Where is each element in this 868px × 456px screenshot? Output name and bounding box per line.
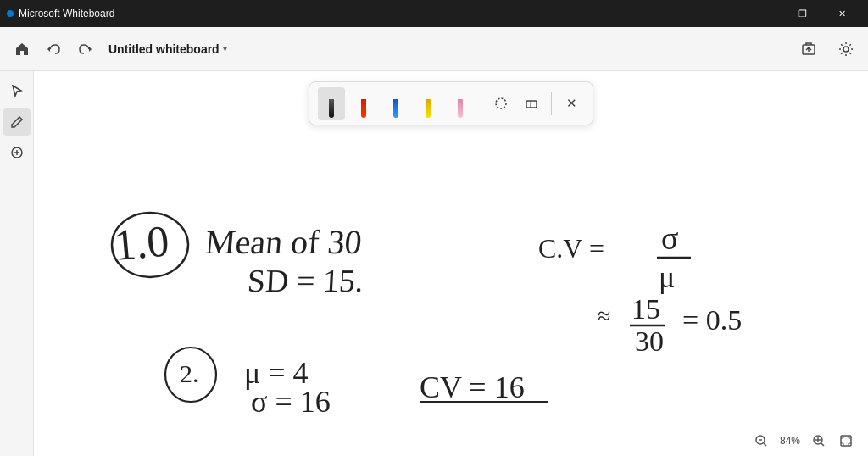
app-title: Microsoft Whiteboard [19, 8, 114, 19]
svg-text:Mean of 30: Mean of 30 [203, 223, 363, 261]
pen-separator-1 [481, 92, 481, 115]
redo-icon [78, 42, 92, 56]
pen-tool[interactable] [3, 108, 31, 136]
yellow-pen-tip [426, 99, 431, 118]
zoom-out-icon [754, 434, 768, 448]
svg-point-3 [843, 47, 849, 52]
svg-marker-0 [47, 47, 50, 52]
redo-button[interactable] [71, 36, 98, 63]
svg-text:= 0.5: = 0.5 [682, 304, 742, 336]
zoom-in-button[interactable] [807, 429, 831, 453]
pink-pen-tip [458, 99, 463, 118]
svg-text:30: 30 [635, 325, 664, 357]
undo-icon [47, 42, 61, 56]
svg-point-5 [496, 98, 506, 108]
svg-line-33 [821, 443, 824, 446]
yellow-pen-option[interactable] [415, 87, 442, 120]
red-pen-tip [361, 99, 366, 118]
undo-button[interactable] [41, 36, 68, 63]
settings-button[interactable] [831, 34, 861, 64]
svg-text:μ: μ [659, 260, 675, 294]
zoom-level: 84% [776, 435, 804, 447]
app-indicator [7, 10, 14, 17]
titlebar-left: Microsoft Whiteboard [7, 8, 114, 19]
home-button[interactable] [7, 34, 37, 64]
red-pen-option[interactable] [350, 87, 377, 120]
fit-icon [839, 434, 853, 448]
add-icon [10, 146, 24, 159]
fit-to-screen-button[interactable] [834, 429, 858, 453]
titlebar: Microsoft Whiteboard ─ ❐ ✕ [0, 0, 868, 27]
select-icon [10, 85, 24, 98]
svg-rect-6 [526, 101, 537, 108]
svg-rect-34 [841, 436, 851, 446]
zoom-in-icon [812, 434, 826, 448]
title-chevron-icon: ▾ [223, 44, 227, 53]
black-pen-option[interactable] [318, 87, 345, 120]
svg-text:C.V =: C.V = [538, 233, 604, 264]
whiteboard-svg: 1.0 Mean of 30 SD = 15. C.V = σ μ ≈ 15 3… [34, 71, 868, 456]
appbar-right [793, 34, 861, 64]
appbar: Untitled whiteboard ▾ [0, 27, 868, 71]
pink-pen-option[interactable] [447, 87, 474, 120]
minimize-button[interactable]: ─ [744, 0, 783, 27]
blue-pen-tip [393, 99, 398, 118]
close-button[interactable]: ✕ [822, 0, 861, 27]
sidebar [0, 71, 34, 456]
svg-text:≈: ≈ [598, 303, 610, 329]
svg-text:CV = 16: CV = 16 [420, 370, 525, 404]
eraser-button[interactable] [519, 91, 544, 116]
black-pen-tip [329, 99, 334, 118]
svg-line-29 [764, 443, 766, 446]
svg-text:σ = 16: σ = 16 [251, 385, 331, 419]
share-button[interactable] [793, 34, 824, 64]
canvas[interactable]: ✕ 1.0 Mean of 30 SD = 15. C.V = σ μ ≈ 15… [34, 71, 868, 456]
svg-text:SD = 15.: SD = 15. [247, 263, 364, 298]
share-icon [801, 42, 816, 57]
whiteboard-title: Untitled whiteboard [108, 42, 220, 56]
pen-toolbar: ✕ [309, 81, 593, 125]
blue-pen-option[interactable] [382, 87, 409, 120]
settings-icon [838, 42, 854, 57]
svg-text:15: 15 [632, 293, 660, 325]
svg-text:2.: 2. [180, 359, 199, 387]
bottombar: 84% [698, 425, 868, 456]
eraser-icon [525, 97, 538, 110]
add-tool[interactable] [3, 139, 31, 166]
close-pen-toolbar-button[interactable]: ✕ [559, 91, 584, 116]
lasso-icon [494, 97, 508, 110]
zoom-out-button[interactable] [749, 429, 773, 453]
svg-marker-1 [89, 47, 92, 52]
lasso-button[interactable] [488, 91, 514, 116]
title-area[interactable]: Untitled whiteboard ▾ [102, 39, 234, 59]
pen-separator-2 [551, 92, 552, 115]
restore-button[interactable]: ❐ [783, 0, 822, 27]
titlebar-controls: ─ ❐ ✕ [744, 0, 861, 27]
home-icon [14, 42, 30, 57]
pen-icon [10, 115, 24, 129]
select-tool[interactable] [3, 78, 31, 105]
svg-text:σ: σ [661, 220, 678, 256]
